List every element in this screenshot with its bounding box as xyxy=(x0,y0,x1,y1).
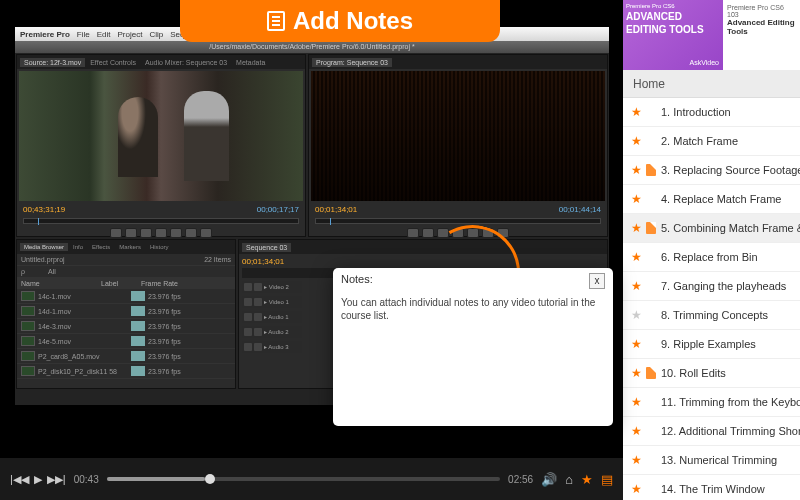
note-icon xyxy=(646,367,656,379)
star-icon[interactable]: ★ xyxy=(631,134,641,148)
lesson-label: 12. Additional Trimming Shortcuts xyxy=(661,425,800,437)
menu-item[interactable]: Clip xyxy=(149,30,163,39)
notes-popup: Notes: x You can attach individual notes… xyxy=(333,268,613,426)
lesson-label: 4. Replace Match Frame xyxy=(661,193,781,205)
lesson-item[interactable]: ★2. Match Frame xyxy=(623,127,800,156)
project-item[interactable]: P2_card8_A05.mov23.976 fps xyxy=(17,349,235,364)
lesson-item[interactable]: ★10. Roll Edits xyxy=(623,359,800,388)
lesson-item[interactable]: ★12. Additional Trimming Shortcuts xyxy=(623,417,800,446)
lesson-item[interactable]: ★9. Ripple Examples xyxy=(623,330,800,359)
lesson-label: 2. Match Frame xyxy=(661,135,738,147)
tab[interactable]: Audio Mixer: Sequence 03 xyxy=(141,58,231,67)
lesson-item[interactable]: ★3. Replacing Source Footage xyxy=(623,156,800,185)
home-icon[interactable]: ⌂ xyxy=(565,472,573,487)
lesson-item[interactable]: ★4. Replace Match Frame xyxy=(623,185,800,214)
lesson-label: 11. Trimming from the Keyboard xyxy=(661,396,800,408)
star-icon[interactable]: ★ xyxy=(631,482,641,496)
notes-title: Notes: xyxy=(341,273,373,289)
project-item[interactable]: P2_disk10_P2_disk11 5823.976 fps xyxy=(17,364,235,379)
tab[interactable]: Effect Controls xyxy=(86,58,140,67)
tab[interactable]: Info xyxy=(69,243,87,251)
add-notes-banner: Add Notes xyxy=(180,0,500,42)
star-icon[interactable]: ★ xyxy=(631,366,641,380)
menu-item[interactable]: Premiere Pro xyxy=(20,30,70,39)
program-tc: 00;01;34;01 xyxy=(315,205,357,214)
notes-textarea[interactable]: You can attach individual notes to any v… xyxy=(333,294,613,324)
tab[interactable]: Source: 12f-3.mov xyxy=(20,58,85,67)
star-icon[interactable]: ★ xyxy=(631,337,641,351)
lesson-item[interactable]: ★7. Ganging the playheads xyxy=(623,272,800,301)
star-icon[interactable]: ★ xyxy=(631,279,641,293)
menu-item[interactable]: File xyxy=(77,30,90,39)
star-icon[interactable]: ★ xyxy=(631,163,641,177)
star-icon[interactable]: ★ xyxy=(631,250,641,264)
notes-icon xyxy=(267,11,285,31)
project-filter[interactable]: ρAll xyxy=(17,266,235,278)
prev-button: |◀◀ xyxy=(10,473,29,486)
favorite-icon[interactable]: ★ xyxy=(581,472,593,487)
timeline-tabs[interactable]: Sequence 03 xyxy=(239,240,607,254)
program-monitor[interactable] xyxy=(311,71,605,201)
lesson-label: 1. Introduction xyxy=(661,106,731,118)
window-title: /Users/maxie/Documents/Adobe/Premiere Pr… xyxy=(15,41,609,53)
lesson-label: 5. Combining Match Frame & xyxy=(661,222,800,234)
player-bar: |◀◀▶▶▶| 00:43 02:56 🔊 ⌂ ★ ▤ xyxy=(0,458,623,500)
program-tabs[interactable]: Program: Sequence 03 xyxy=(309,55,607,69)
lesson-item[interactable]: ★13. Numerical Trimming xyxy=(623,446,800,475)
lesson-item[interactable]: ★11. Trimming from the Keyboard xyxy=(623,388,800,417)
project-item[interactable]: 14e-5.mov23.976 fps xyxy=(17,334,235,349)
source-monitor[interactable] xyxy=(19,71,303,201)
seek-bar[interactable] xyxy=(107,477,500,481)
tab[interactable]: Effects xyxy=(88,243,114,251)
project-item[interactable]: 14e-3.mov23.976 fps xyxy=(17,319,235,334)
sidebar: Premiere Pro CS6 ADVANCED EDITING TOOLS … xyxy=(623,0,800,500)
program-panel: Program: Sequence 03 00;01;34;0100;01;44… xyxy=(308,54,608,237)
player-transport[interactable]: |◀◀▶▶▶| xyxy=(10,473,66,486)
lesson-item[interactable]: ★6. Replace from Bin xyxy=(623,243,800,272)
lesson-label: 7. Ganging the playheads xyxy=(661,280,786,292)
lesson-item[interactable]: ★14. The Trim Window xyxy=(623,475,800,500)
star-icon[interactable]: ★ xyxy=(631,221,641,235)
project-name-row: Untitled.prproj22 Items xyxy=(17,254,235,266)
lesson-label: 6. Replace from Bin xyxy=(661,251,758,263)
project-item[interactable]: 14c-1.mov23.976 fps xyxy=(17,289,235,304)
star-icon[interactable]: ★ xyxy=(631,308,641,322)
source-transport[interactable] xyxy=(17,226,305,240)
add-note-icon[interactable]: ▤ xyxy=(601,472,613,487)
project-cols[interactable]: NameLabelFrame Rate xyxy=(17,278,235,289)
course-header[interactable]: Premiere Pro CS6 ADVANCED EDITING TOOLS … xyxy=(623,0,800,70)
star-icon[interactable]: ★ xyxy=(631,453,641,467)
menu-item[interactable]: Edit xyxy=(97,30,111,39)
star-icon[interactable]: ★ xyxy=(631,424,641,438)
home-button[interactable]: Home xyxy=(623,70,800,98)
course-thumbnail: Premiere Pro CS6 ADVANCED EDITING TOOLS xyxy=(623,0,723,70)
star-icon[interactable]: ★ xyxy=(631,105,641,119)
tab[interactable]: Media Browser xyxy=(20,243,68,251)
source-tabs[interactable]: Source: 12f-3.movEffect ControlsAudio Mi… xyxy=(17,55,305,69)
lesson-item[interactable]: ★5. Combining Match Frame & xyxy=(623,214,800,243)
play-button: ▶ xyxy=(34,473,42,486)
lesson-list: ★1. Introduction★2. Match Frame★3. Repla… xyxy=(623,98,800,500)
tab[interactable]: History xyxy=(146,243,173,251)
browser-tabs[interactable]: Media BrowserInfoEffectsMarkersHistory xyxy=(17,240,235,254)
program-scrubber[interactable] xyxy=(315,218,601,224)
source-panel: Source: 12f-3.movEffect ControlsAudio Mi… xyxy=(16,54,306,237)
volume-icon[interactable]: 🔊 xyxy=(541,472,557,487)
star-icon[interactable]: ★ xyxy=(631,192,641,206)
lesson-label: 13. Numerical Trimming xyxy=(661,454,777,466)
time-current: 00:43 xyxy=(74,474,99,485)
tab[interactable]: Metadata xyxy=(232,58,269,67)
lesson-item[interactable]: ★8. Trimming Concepts xyxy=(623,301,800,330)
lesson-label: 10. Roll Edits xyxy=(661,367,726,379)
tab[interactable]: Markers xyxy=(115,243,145,251)
source-scrubber[interactable] xyxy=(23,218,299,224)
lesson-label: 8. Trimming Concepts xyxy=(661,309,768,321)
lesson-item[interactable]: ★1. Introduction xyxy=(623,98,800,127)
time-duration: 02:56 xyxy=(508,474,533,485)
menu-item[interactable]: Project xyxy=(118,30,143,39)
course-info: Premiere Pro CS6 103 Advanced Editing To… xyxy=(723,0,800,70)
source-tc-dur: 00;00;17;17 xyxy=(257,205,299,214)
project-item[interactable]: 14d-1.mov23.976 fps xyxy=(17,304,235,319)
close-button[interactable]: x xyxy=(589,273,605,289)
star-icon[interactable]: ★ xyxy=(631,395,641,409)
